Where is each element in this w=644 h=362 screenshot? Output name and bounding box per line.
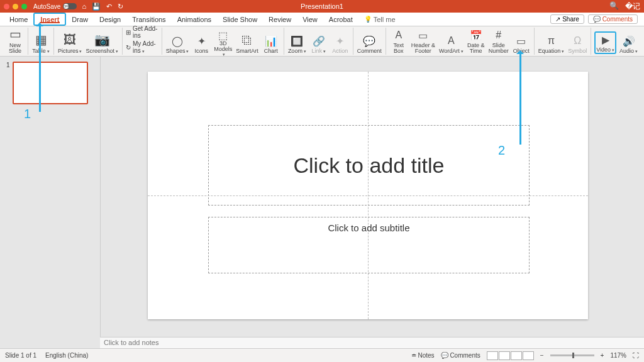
- audio-button[interactable]: 🔊Audio: [619, 34, 638, 54]
- symbol-icon: Ω: [570, 34, 584, 48]
- wordart-icon: A: [444, 34, 458, 48]
- language-indicator[interactable]: English (China): [45, 352, 88, 359]
- status-bar: Slide 1 of 1 English (China) ≐ Notes 💬 C…: [0, 348, 644, 362]
- share-button[interactable]: ↗ Share: [550, 14, 584, 24]
- zoom-icon: 🔲: [290, 34, 304, 48]
- tab-transitions[interactable]: Transitions: [126, 13, 171, 26]
- tab-home[interactable]: Home: [4, 13, 33, 26]
- slide-thumbnails-pane: 1: [0, 57, 101, 348]
- symbol-button: ΩSymbol: [567, 34, 587, 54]
- annotation-label-2: 2: [498, 143, 505, 158]
- tab-review[interactable]: Review: [263, 13, 297, 26]
- view-switcher[interactable]: [487, 351, 534, 360]
- pictures-button[interactable]: 🖼Pictures: [57, 31, 82, 54]
- zoom-out-button[interactable]: −: [540, 352, 544, 359]
- tab-design[interactable]: Design: [94, 13, 126, 26]
- slide-counter: Slide 1 of 1: [5, 352, 36, 359]
- notes-pane[interactable]: Click to add notes: [100, 337, 644, 348]
- slide-1[interactable]: Click to add title Click to add subtitle: [148, 72, 588, 319]
- comments-toggle[interactable]: 💬 Comments: [441, 352, 480, 359]
- slide-thumbnail-1[interactable]: [13, 62, 88, 104]
- link-icon: 🔗: [312, 34, 326, 48]
- video-icon: ▶: [599, 33, 613, 47]
- zoom-slider[interactable]: [550, 354, 594, 356]
- tab-slideshow[interactable]: Slide Show: [217, 13, 263, 26]
- screenshot-icon: 📷: [94, 31, 110, 48]
- shapes-button[interactable]: ◯Shapes: [165, 34, 189, 54]
- slide-number-icon: #: [492, 28, 506, 42]
- notes-toggle[interactable]: ≐ Notes: [411, 352, 435, 359]
- thumbnail-number: 1: [6, 62, 10, 104]
- zoom-in-button[interactable]: +: [601, 352, 604, 359]
- icons-icon: ✦: [194, 34, 208, 48]
- get-addins-button[interactable]: ⊞ Get Add-ins: [126, 25, 158, 39]
- comments-pane-button[interactable]: Comments: [588, 14, 638, 24]
- main-area: 1 Click to add title Click to add subtit…: [0, 57, 644, 348]
- smartart-button[interactable]: ⿻SmartArt: [235, 34, 259, 54]
- window-controls: [4, 4, 27, 9]
- annotation-arrow-1: [39, 24, 41, 112]
- pictures-icon: 🖼: [62, 31, 78, 48]
- date-time-icon: 📅: [469, 28, 483, 42]
- zoom-button[interactable]: 🔲Zoom: [287, 34, 307, 54]
- header-footer-icon: ▭: [416, 28, 430, 42]
- subtitle-placeholder[interactable]: Click to add subtitle: [208, 217, 530, 273]
- minimize-window-icon[interactable]: [13, 4, 18, 9]
- shapes-icon: ◯: [170, 34, 184, 48]
- save-icon[interactable]: 💾: [92, 3, 101, 11]
- titlebar: AutoSave OFF ⌂ 💾 ↶ ↻ Presentation1 🔍 �记: [0, 0, 644, 13]
- video-button[interactable]: ▶Video: [594, 31, 616, 54]
- fit-to-window-button[interactable]: ⛶: [633, 352, 639, 359]
- slide-canvas-area[interactable]: Click to add title Click to add subtitle: [101, 57, 644, 348]
- undo-icon[interactable]: ↶: [106, 3, 112, 11]
- ribbon-tabs: Home Insert Draw Design Transitions Anim…: [0, 13, 644, 26]
- object-icon: ▭: [514, 34, 528, 48]
- smartart-icon: ⿻: [240, 34, 254, 48]
- header-footer-button[interactable]: ▭Header & Footer: [411, 28, 436, 54]
- table-button[interactable]: ▦Table: [31, 31, 50, 54]
- equation-button[interactable]: πEquation: [538, 34, 565, 54]
- equation-icon: π: [544, 34, 558, 48]
- chart-icon: 📊: [264, 34, 278, 48]
- tab-draw[interactable]: Draw: [66, 13, 94, 26]
- annotation-arrow-2: [519, 52, 521, 145]
- redo-icon[interactable]: ↻: [118, 3, 123, 11]
- icons-button[interactable]: ✦Icons: [192, 34, 211, 54]
- tab-animations[interactable]: Animations: [172, 13, 217, 26]
- my-addins-button[interactable]: ↻ My Add-ins: [126, 40, 158, 54]
- 3d-models-button[interactable]: ⬚3D Models: [213, 28, 233, 54]
- tab-acrobat[interactable]: Acrobat: [323, 13, 358, 26]
- search-icon[interactable]: 🔍: [609, 1, 619, 12]
- tab-view[interactable]: View: [297, 13, 323, 26]
- title-placeholder[interactable]: Click to add title: [208, 125, 530, 206]
- slide-number-button[interactable]: #Slide Number: [488, 28, 509, 54]
- document-title: Presentation1: [301, 3, 343, 10]
- autosave-state: OFF: [64, 4, 69, 9]
- autosave-toggle[interactable]: AutoSave OFF: [33, 3, 77, 10]
- wordart-button[interactable]: AWordArt: [438, 34, 464, 54]
- action-button: ✦Action: [331, 34, 350, 54]
- home-icon[interactable]: ⌂: [82, 3, 86, 11]
- annotation-label-1: 1: [24, 107, 31, 121]
- date-time-button[interactable]: 📅Date & Time: [467, 28, 486, 54]
- table-icon: ▦: [33, 31, 49, 48]
- zoom-percent[interactable]: 117%: [610, 352, 626, 359]
- action-icon: ✦: [333, 34, 347, 48]
- ribbon-options-icon[interactable]: �记: [625, 1, 640, 12]
- ribbon-insert: ▭New Slide ▦Table 🖼Pictures 📷Screenshot …: [0, 26, 644, 57]
- comment-icon: 💬: [362, 34, 376, 48]
- screenshot-button[interactable]: 📷Screenshot: [85, 31, 118, 54]
- new-slide-icon: ▭: [7, 26, 23, 42]
- autosave-label: AutoSave: [33, 3, 60, 10]
- audio-icon: 🔊: [622, 34, 636, 48]
- close-window-icon[interactable]: [4, 4, 9, 9]
- comment-button[interactable]: 💬Comment: [357, 34, 382, 54]
- text-box-button[interactable]: AText Box: [389, 28, 408, 54]
- link-button: 🔗Link: [309, 34, 328, 54]
- tell-me-search[interactable]: Tell me: [358, 13, 401, 26]
- fullscreen-window-icon[interactable]: [21, 4, 27, 9]
- text-box-icon: A: [392, 28, 406, 42]
- new-slide-button[interactable]: ▭New Slide: [6, 26, 25, 54]
- chart-button[interactable]: 📊Chart: [262, 34, 280, 54]
